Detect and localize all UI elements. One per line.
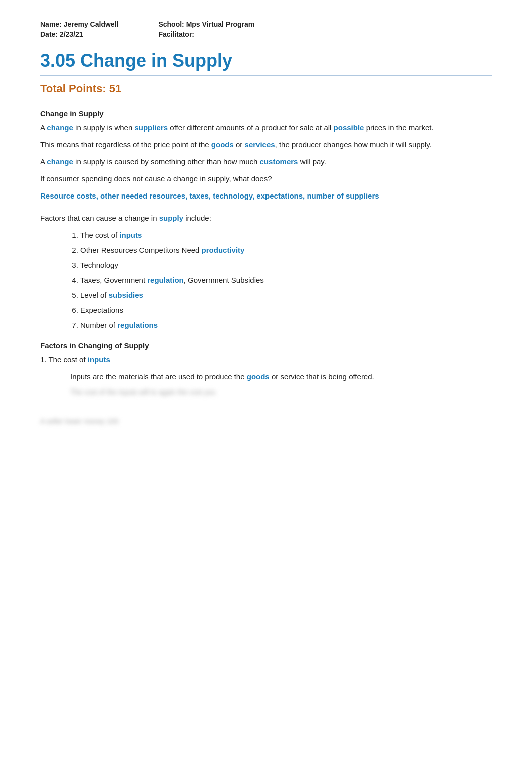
list-item: Technology — [80, 259, 492, 271]
highlight-suppliers: suppliers — [134, 123, 168, 132]
header-info: Name: Jeremy Caldwell Date: 2/23/21 Scho… — [40, 20, 492, 38]
list-item: Taxes, Government regulation, Government… — [80, 274, 492, 286]
section1-para2: This means that regardless of the price … — [40, 139, 492, 151]
highlight-subsidies: subsidies — [109, 291, 143, 299]
highlight-inputs-1: inputs — [119, 231, 142, 239]
answer-block: Resource costs, other needed resources, … — [40, 190, 492, 202]
section1-para3: A change in supply is caused by somethin… — [40, 156, 492, 168]
highlight-change-2: change — [47, 157, 73, 166]
school-field: School: Mps Virtual Program — [158, 20, 254, 28]
highlight-customers: customers — [260, 157, 298, 166]
section1-para4: If consumer spending does not cause a ch… — [40, 173, 492, 185]
section1-para1: A change in supply is when suppliers off… — [40, 122, 492, 134]
highlight-regulation-1: regulation — [147, 276, 184, 284]
list-item: Number of regulations — [80, 319, 492, 331]
header-left: Name: Jeremy Caldwell Date: 2/23/21 — [40, 20, 118, 38]
highlight-regulations: regulations — [117, 321, 158, 329]
list-item: Level of subsidies — [80, 289, 492, 301]
item1-header: 1. The cost of inputs — [40, 354, 492, 366]
title-divider — [40, 75, 492, 76]
item1-description: Inputs are the materials that are used t… — [70, 371, 492, 383]
blurred-line-1: The cost of the inputs will to again the… — [70, 388, 492, 396]
highlight-inputs-2: inputs — [88, 355, 110, 364]
factors-intro: Factors that can cause a change in suppl… — [40, 212, 492, 224]
name-field: Name: Jeremy Caldwell — [40, 20, 118, 28]
factors-section: Factors in Changing of Supply 1. The cos… — [40, 341, 492, 425]
highlight-goods-1: goods — [211, 140, 234, 149]
section3-heading: Factors in Changing of Supply — [40, 341, 492, 350]
list-item: Expectations — [80, 304, 492, 316]
list-item: The cost of inputs — [80, 229, 492, 241]
highlight-possible: possible — [334, 123, 364, 132]
header-right: School: Mps Virtual Program Facilitator: — [158, 20, 254, 38]
highlight-services: services — [245, 140, 275, 149]
blurred-line-2: A seller lower money 100 — [40, 417, 492, 425]
highlight-change-1: change — [47, 123, 73, 132]
list-item: Other Resources Competitors Need product… — [80, 244, 492, 256]
total-points: Total Points: 51 — [40, 82, 492, 95]
facilitator-field: Facilitator: — [158, 30, 254, 38]
highlight-productivity: productivity — [202, 246, 245, 254]
page-title: 3.05 Change in Supply — [40, 50, 492, 71]
date-field: Date: 2/23/21 — [40, 30, 118, 38]
highlight-goods-2: goods — [247, 372, 270, 381]
section1-heading: Change in Supply — [40, 109, 492, 118]
factors-list: The cost of inputs Other Resources Compe… — [80, 229, 492, 331]
highlight-supply: supply — [159, 214, 183, 222]
